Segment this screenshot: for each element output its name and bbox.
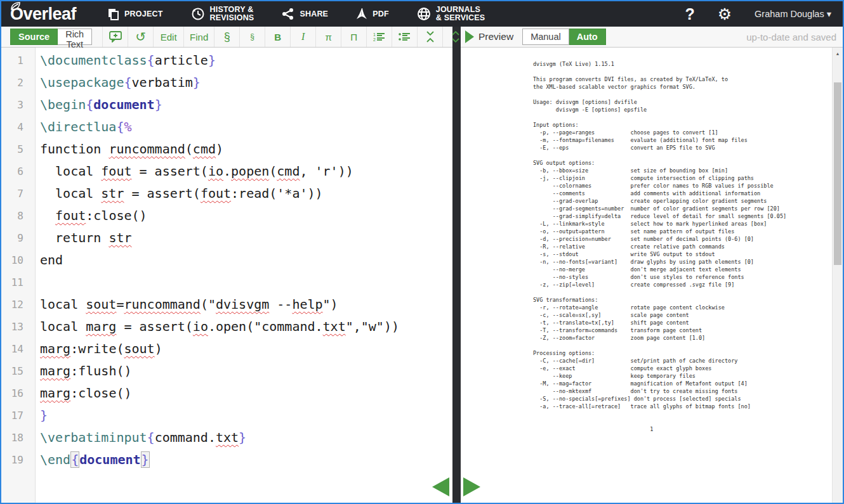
pdf-text: dvisvgm (TeX Live) 1.15.1 This program c… <box>461 48 843 433</box>
user-name: Graham Douglas <box>755 9 824 19</box>
line-number: 15 <box>1 360 23 382</box>
code-line[interactable]: local sout=runcommand("dvisvgm --help") <box>40 294 452 316</box>
code-segment: function <box>40 141 109 157</box>
manual-auto-toggle: Manual Auto <box>522 29 606 45</box>
code-line[interactable]: marg:flush() <box>40 360 452 382</box>
undo-button[interactable]: ↺ <box>128 27 153 47</box>
preview-pane: Preview Manual Auto up-to-date and saved… <box>461 27 843 503</box>
numbered-list-button[interactable]: 1 2 <box>366 27 392 47</box>
code-line[interactable]: \verbatiminput{command.txt} <box>40 427 452 449</box>
menu-project[interactable]: PROJECT <box>107 8 162 20</box>
code-line[interactable]: return str <box>40 227 452 249</box>
code-line[interactable]: \usepackage{verbatim} <box>40 72 452 94</box>
scroll-up-arrow-icon[interactable]: ▲ <box>833 48 843 59</box>
pdf-preview[interactable]: dvisvgm (TeX Live) 1.15.1 This program c… <box>461 48 843 503</box>
code-segment: \verbatiminput <box>40 430 147 445</box>
display-math-button[interactable]: Π <box>341 27 366 47</box>
add-comment-button[interactable] <box>102 27 128 47</box>
line-number: 5 <box>1 138 23 160</box>
code-segment: = assert( <box>132 164 208 179</box>
code-segment: { <box>70 451 79 468</box>
code-segment: = assert( <box>116 319 192 334</box>
code-line[interactable]: \documentclass{article} <box>40 49 452 72</box>
edit-button[interactable]: Edit <box>153 27 183 47</box>
bold-button[interactable]: B <box>265 27 290 47</box>
code-segment: :close() <box>70 385 131 401</box>
code-line[interactable]: end <box>40 249 452 271</box>
code-segment: marg <box>40 385 70 401</box>
pdf-scrollbar[interactable]: ▲ <box>832 48 843 503</box>
manual-button[interactable]: Manual <box>522 29 569 45</box>
menu-share[interactable]: SHARE <box>282 8 328 20</box>
italic-button[interactable]: I <box>290 27 315 47</box>
code-segment: cmd <box>277 164 300 179</box>
editor-toolbar: Source Rich Text ↺ Edit Find § § B I π Π <box>1 27 452 48</box>
code-segment: (" <box>201 297 216 312</box>
collapse-lines-button[interactable] <box>417 27 442 47</box>
line-number: 6 <box>1 160 23 183</box>
code-segment: } <box>40 408 48 423</box>
menu-journals-services[interactable]: JOURNALS & SERVICES <box>417 6 485 22</box>
line-number: 19 <box>1 449 23 471</box>
menu-history-revisions[interactable]: HISTORY & REVISIONS <box>191 6 254 22</box>
code-segment: { <box>86 97 93 112</box>
line-number: 3 <box>1 94 23 116</box>
code-segment: \begin <box>40 97 86 112</box>
code-line[interactable] <box>40 271 452 294</box>
code-line[interactable]: local marg = assert(io.open("command.txt… <box>40 316 452 338</box>
preview-bottom-expand-arrow[interactable] <box>463 477 480 496</box>
menu-pdf[interactable]: PDF <box>356 7 389 21</box>
editor-bottom-collapse-arrow[interactable] <box>432 477 449 496</box>
globe-icon <box>417 7 431 21</box>
code-segment: dvisvgm <box>216 297 269 312</box>
code-line[interactable]: \begin{document} <box>40 94 452 116</box>
code-segment: . <box>223 164 231 179</box>
recompile-play-icon[interactable] <box>465 30 474 43</box>
help-icon[interactable]: ? <box>685 5 694 23</box>
code-segment <box>40 208 55 223</box>
code-line[interactable]: fout:close() <box>40 205 452 227</box>
line-number: 13 <box>1 316 23 338</box>
code-line[interactable]: local fout = assert(io.popen(cmd, 'r')) <box>40 160 452 183</box>
code-line[interactable]: function runcommand(cmd) <box>40 138 452 160</box>
code-line[interactable]: local str = assert(fout:read('*a')) <box>40 183 452 205</box>
user-menu[interactable]: Graham Douglas ▾ <box>755 9 831 19</box>
code-segment: local <box>40 297 86 312</box>
code-segment: :close() <box>86 208 147 223</box>
code-segment: command. <box>155 430 216 445</box>
bullet-list-button[interactable] <box>392 27 417 47</box>
pdf-scrollbar-thumb[interactable] <box>834 82 841 265</box>
line-number: 8 <box>1 205 23 227</box>
code-line[interactable]: marg:write(sout) <box>40 338 452 360</box>
code-line[interactable]: \end{document} <box>40 449 452 471</box>
code-segment: io <box>193 319 208 334</box>
menu-journals-label: JOURNALS & SERVICES <box>436 6 485 22</box>
code-segment: \directlua <box>40 119 116 134</box>
code-line[interactable]: marg:close() <box>40 382 452 404</box>
auto-button[interactable]: Auto <box>569 29 606 45</box>
gear-icon[interactable]: ⚙ <box>718 6 732 22</box>
svg-text:1: 1 <box>373 32 376 37</box>
rich-text-button[interactable]: Rich Text <box>58 29 92 45</box>
pane-divider[interactable] <box>452 27 461 503</box>
code-segment: } <box>208 53 216 68</box>
code-lines[interactable]: \documentclass{article}\usepackage{verba… <box>36 48 452 503</box>
overleaf-logo[interactable]: Overleaf <box>10 4 76 24</box>
code-segment: str <box>101 186 124 201</box>
subsection-button[interactable]: § <box>239 27 265 47</box>
code-segment: end <box>40 252 63 268</box>
code-segment: , 'r')) <box>300 164 353 179</box>
inline-math-button[interactable]: π <box>315 27 341 47</box>
code-line[interactable]: } <box>40 404 452 427</box>
menu-pdf-label: PDF <box>373 10 389 18</box>
bullet-list-icon <box>399 32 411 42</box>
section-button[interactable]: § <box>214 27 239 47</box>
line-number: 9 <box>1 227 23 249</box>
code-segment: help <box>292 297 322 312</box>
find-button[interactable]: Find <box>183 27 214 47</box>
editor-pane: Source Rich Text ↺ Edit Find § § B I π Π <box>1 27 452 503</box>
source-button[interactable]: Source <box>10 29 58 45</box>
line-number: 17 <box>1 404 23 427</box>
code-line[interactable]: \directlua{% <box>40 116 452 138</box>
share-icon <box>282 8 294 20</box>
